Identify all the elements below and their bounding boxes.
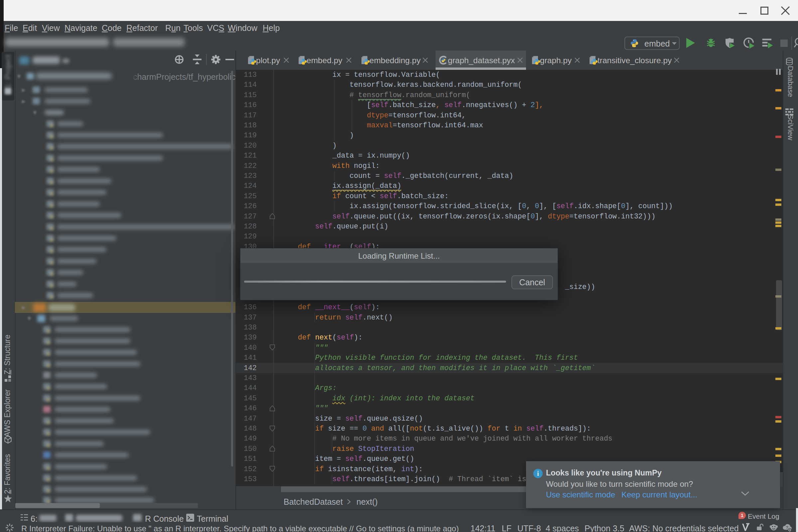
svg-text:?: ? <box>786 525 788 530</box>
